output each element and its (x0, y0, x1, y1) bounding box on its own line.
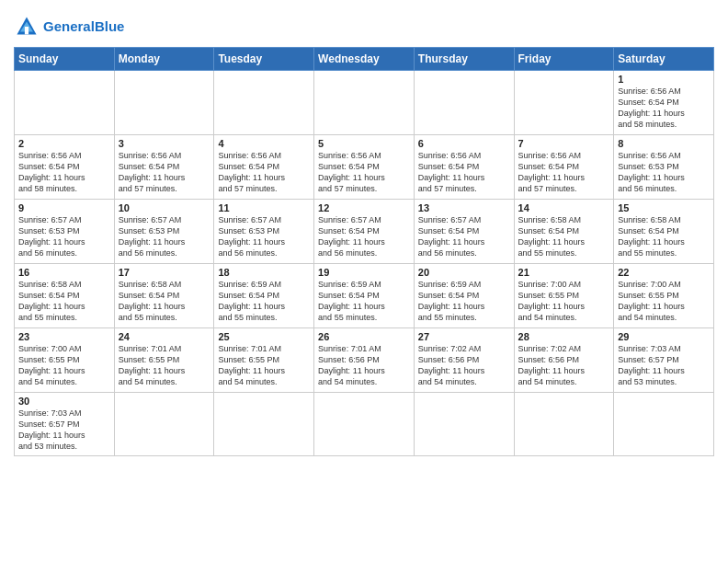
day-number: 4 (218, 138, 310, 149)
day-number: 22 (618, 267, 710, 278)
calendar-cell: 8Sunrise: 6:56 AM Sunset: 6:53 PM Daylig… (614, 135, 714, 200)
day-number: 27 (418, 331, 510, 342)
day-info: Sunrise: 7:00 AM Sunset: 6:55 PM Dayligh… (618, 279, 710, 324)
day-number: 25 (218, 331, 310, 342)
day-info: Sunrise: 6:58 AM Sunset: 6:54 PM Dayligh… (18, 279, 110, 324)
day-info: Sunrise: 6:56 AM Sunset: 6:54 PM Dayligh… (318, 150, 410, 195)
calendar-table: SundayMondayTuesdayWednesdayThursdayFrid… (14, 47, 714, 456)
day-number: 14 (518, 202, 610, 213)
calendar-cell: 20Sunrise: 6:59 AM Sunset: 6:54 PM Dayli… (414, 264, 514, 328)
calendar-cell: 27Sunrise: 7:02 AM Sunset: 6:56 PM Dayli… (414, 328, 514, 393)
day-info: Sunrise: 7:00 AM Sunset: 6:55 PM Dayligh… (18, 343, 110, 388)
calendar-cell: 28Sunrise: 7:02 AM Sunset: 6:56 PM Dayli… (514, 328, 614, 393)
calendar-cell: 1Sunrise: 6:56 AM Sunset: 6:54 PM Daylig… (614, 71, 714, 135)
calendar-cell: 4Sunrise: 6:56 AM Sunset: 6:54 PM Daylig… (214, 135, 314, 200)
day-info: Sunrise: 6:59 AM Sunset: 6:54 PM Dayligh… (318, 279, 410, 324)
calendar-cell: 29Sunrise: 7:03 AM Sunset: 6:57 PM Dayli… (614, 328, 714, 393)
day-info: Sunrise: 6:59 AM Sunset: 6:54 PM Dayligh… (218, 279, 310, 324)
day-info: Sunrise: 6:56 AM Sunset: 6:53 PM Dayligh… (618, 150, 710, 195)
day-number: 1 (618, 74, 710, 85)
calendar-cell (114, 393, 214, 456)
day-number: 29 (618, 331, 710, 342)
weekday-header-thursday: Thursday (414, 48, 514, 71)
calendar-cell: 24Sunrise: 7:01 AM Sunset: 6:55 PM Dayli… (114, 328, 214, 393)
page: GeneralBlue SundayMondayTuesdayWednesday… (0, 0, 728, 563)
calendar-cell (214, 71, 314, 135)
day-number: 12 (318, 202, 410, 213)
day-info: Sunrise: 7:01 AM Sunset: 6:55 PM Dayligh… (119, 343, 210, 388)
day-number: 17 (119, 267, 210, 278)
calendar-cell (514, 393, 614, 456)
weekday-header-row: SundayMondayTuesdayWednesdayThursdayFrid… (15, 48, 714, 71)
day-number: 2 (18, 138, 110, 149)
day-info: Sunrise: 6:56 AM Sunset: 6:54 PM Dayligh… (518, 150, 610, 195)
day-number: 15 (618, 202, 710, 213)
calendar-cell: 23Sunrise: 7:00 AM Sunset: 6:55 PM Dayli… (15, 328, 115, 393)
day-number: 28 (518, 331, 610, 342)
calendar-cell: 9Sunrise: 6:57 AM Sunset: 6:53 PM Daylig… (15, 200, 115, 264)
logo-text: GeneralBlue (43, 18, 124, 35)
week-row-0: 1Sunrise: 6:56 AM Sunset: 6:54 PM Daylig… (15, 71, 714, 135)
day-number: 30 (18, 396, 110, 407)
logo-general: General (43, 18, 95, 34)
logo: GeneralBlue (14, 14, 124, 40)
day-number: 21 (518, 267, 610, 278)
calendar-cell (514, 71, 614, 135)
calendar-cell: 25Sunrise: 7:01 AM Sunset: 6:55 PM Dayli… (214, 328, 314, 393)
calendar-cell: 13Sunrise: 6:57 AM Sunset: 6:54 PM Dayli… (414, 200, 514, 264)
day-info: Sunrise: 7:01 AM Sunset: 6:55 PM Dayligh… (218, 343, 310, 388)
day-info: Sunrise: 6:57 AM Sunset: 6:53 PM Dayligh… (18, 214, 110, 259)
day-number: 23 (18, 331, 110, 342)
calendar-cell (114, 71, 214, 135)
calendar-cell: 11Sunrise: 6:57 AM Sunset: 6:53 PM Dayli… (214, 200, 314, 264)
calendar-cell: 17Sunrise: 6:58 AM Sunset: 6:54 PM Dayli… (114, 264, 214, 328)
day-info: Sunrise: 7:00 AM Sunset: 6:55 PM Dayligh… (518, 279, 610, 324)
weekday-header-monday: Monday (114, 48, 214, 71)
calendar-cell: 15Sunrise: 6:58 AM Sunset: 6:54 PM Dayli… (614, 200, 714, 264)
day-info: Sunrise: 7:02 AM Sunset: 6:56 PM Dayligh… (518, 343, 610, 388)
day-info: Sunrise: 6:58 AM Sunset: 6:54 PM Dayligh… (618, 214, 710, 259)
calendar-cell: 21Sunrise: 7:00 AM Sunset: 6:55 PM Dayli… (514, 264, 614, 328)
week-row-5: 30Sunrise: 7:03 AM Sunset: 6:57 PM Dayli… (15, 393, 714, 456)
calendar-cell: 18Sunrise: 6:59 AM Sunset: 6:54 PM Dayli… (214, 264, 314, 328)
day-number: 6 (418, 138, 510, 149)
day-number: 20 (418, 267, 510, 278)
calendar-cell (414, 71, 514, 135)
calendar-cell: 26Sunrise: 7:01 AM Sunset: 6:56 PM Dayli… (314, 328, 415, 393)
day-number: 9 (18, 202, 110, 213)
day-number: 26 (318, 331, 410, 342)
day-number: 16 (18, 267, 110, 278)
header: GeneralBlue (14, 14, 714, 40)
day-info: Sunrise: 6:58 AM Sunset: 6:54 PM Dayligh… (518, 214, 610, 259)
day-info: Sunrise: 6:58 AM Sunset: 6:54 PM Dayligh… (119, 279, 210, 324)
day-info: Sunrise: 7:03 AM Sunset: 6:57 PM Dayligh… (618, 343, 710, 388)
day-number: 10 (119, 202, 210, 213)
day-info: Sunrise: 6:56 AM Sunset: 6:54 PM Dayligh… (618, 86, 710, 131)
calendar-cell: 5Sunrise: 6:56 AM Sunset: 6:54 PM Daylig… (314, 135, 415, 200)
day-number: 11 (218, 202, 310, 213)
day-number: 24 (119, 331, 210, 342)
day-info: Sunrise: 7:03 AM Sunset: 6:57 PM Dayligh… (18, 408, 110, 453)
calendar-cell (214, 393, 314, 456)
logo-blue: Blue (95, 18, 125, 34)
calendar-cell: 10Sunrise: 6:57 AM Sunset: 6:53 PM Dayli… (114, 200, 214, 264)
week-row-1: 2Sunrise: 6:56 AM Sunset: 6:54 PM Daylig… (15, 135, 714, 200)
day-number: 19 (318, 267, 410, 278)
calendar-cell: 22Sunrise: 7:00 AM Sunset: 6:55 PM Dayli… (614, 264, 714, 328)
weekday-header-friday: Friday (514, 48, 614, 71)
calendar-cell: 12Sunrise: 6:57 AM Sunset: 6:54 PM Dayli… (314, 200, 415, 264)
day-number: 18 (218, 267, 310, 278)
day-number: 3 (119, 138, 210, 149)
calendar-cell: 6Sunrise: 6:56 AM Sunset: 6:54 PM Daylig… (414, 135, 514, 200)
calendar-cell: 2Sunrise: 6:56 AM Sunset: 6:54 PM Daylig… (15, 135, 115, 200)
day-number: 7 (518, 138, 610, 149)
day-number: 8 (618, 138, 710, 149)
calendar-cell: 7Sunrise: 6:56 AM Sunset: 6:54 PM Daylig… (514, 135, 614, 200)
day-info: Sunrise: 6:56 AM Sunset: 6:54 PM Dayligh… (218, 150, 310, 195)
calendar-cell (614, 393, 714, 456)
calendar-cell: 3Sunrise: 6:56 AM Sunset: 6:54 PM Daylig… (114, 135, 214, 200)
day-number: 5 (318, 138, 410, 149)
calendar-cell (314, 71, 415, 135)
day-info: Sunrise: 6:57 AM Sunset: 6:53 PM Dayligh… (218, 214, 310, 259)
calendar-cell: 19Sunrise: 6:59 AM Sunset: 6:54 PM Dayli… (314, 264, 415, 328)
